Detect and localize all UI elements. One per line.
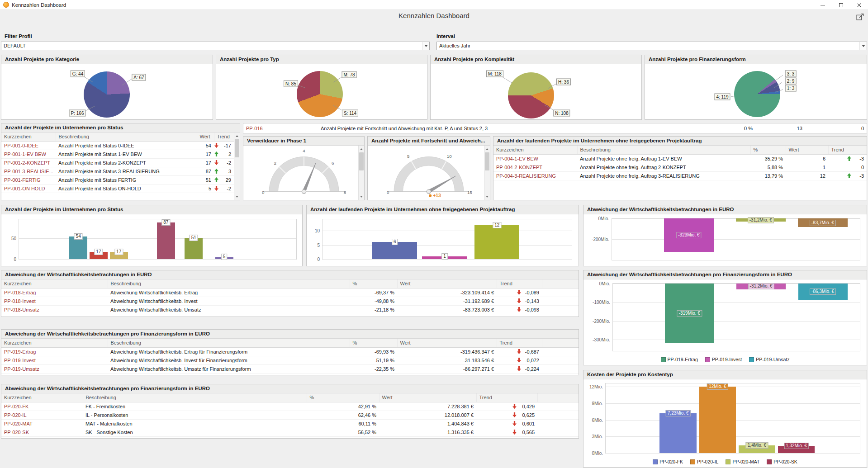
table-row[interactable]: PP-001-ON HOLDAnzahl Projekte mit Status… <box>1 184 234 193</box>
bar-chart-laufende: 05106112 <box>322 219 572 260</box>
bar-chart-kosten: 0Mio.3Mio.6Mio.9Mio.12Mio.7,23Mio. €12Mi… <box>605 383 860 454</box>
scroll-thumb[interactable] <box>235 139 239 157</box>
table-row[interactable]: PP-019-InvestAbweichung Wirtschaftlichke… <box>1 356 579 364</box>
column-header-wert[interactable]: Wert <box>397 279 497 288</box>
column-header-beschreibung[interactable]: Beschreibung <box>56 132 197 141</box>
table-row[interactable]: PP-004-1-EV BEWAnzahl Projekte ohne frei… <box>493 154 867 163</box>
scroll-thumb[interactable] <box>485 152 489 170</box>
close-button[interactable] <box>850 0 868 10</box>
panel-pie-komplexitaet: Anzahl Projekte pro Komplexität M: 118 H… <box>430 55 642 120</box>
export-icon[interactable] <box>856 13 864 20</box>
column-header-beschreibung[interactable]: Beschreibung <box>108 339 350 347</box>
cell-wert: 54 <box>197 141 214 150</box>
maximize-button[interactable] <box>832 0 850 10</box>
pie-slice-label: H: 36 <box>556 79 571 85</box>
column-header-beschreibung[interactable]: Beschreibung <box>83 393 307 402</box>
filter-interval-select[interactable]: Aktuelles Jahr <box>436 42 867 50</box>
table-row[interactable]: PP-020-FKFK - Fremdkosten42,91 %7.228.38… <box>1 402 579 411</box>
gauge-tick-label: 0 <box>261 190 264 195</box>
cell-wert: 13 <box>755 123 805 133</box>
panel-abw-fin-chart: Abweichung der Wirtschaftlichkeitsbetrac… <box>583 270 867 365</box>
column-header-prozent[interactable]: % <box>750 146 786 154</box>
column-header-wert[interactable]: Wert <box>786 146 828 154</box>
trend-cell: -2 <box>214 184 234 193</box>
table-row[interactable]: PP-001-1-EV BEWAnzahl Projekte mit Statu… <box>1 150 234 158</box>
legend-label: PP-019-Umsatz <box>756 357 789 362</box>
trend-cell: 0 <box>805 123 867 133</box>
scroll-thumb[interactable] <box>359 152 364 170</box>
column-header-trend[interactable]: Trend <box>828 146 867 154</box>
cell-kurz: PP-020-FK <box>1 402 83 411</box>
column-header-trend[interactable]: Trend <box>476 393 537 402</box>
trend-value: -0,072 <box>523 358 539 363</box>
pie-slice-label: 3: 3 <box>785 71 797 77</box>
table-row[interactable]: PP-001-2-KONZEPTAnzahl Projekte mit Stat… <box>1 158 234 167</box>
scroll-down-button[interactable] <box>234 194 240 199</box>
table-row[interactable]: PP-018-ErtragAbweichung Wirtschaftlichke… <box>1 288 579 297</box>
trend-value: -0,224 <box>523 366 539 372</box>
scroll-down-button[interactable] <box>359 194 364 199</box>
cell-wert: 87 <box>197 167 214 175</box>
column-header-wert[interactable]: Wert <box>197 132 214 141</box>
bar-value-label: -31,2Mio. € <box>748 217 774 223</box>
column-header-kurzzeichen[interactable]: Kurzzeichen <box>1 279 108 288</box>
scroll-up-button[interactable] <box>359 146 364 152</box>
trend-down-icon <box>517 349 521 354</box>
column-header-kurzzeichen[interactable]: Kurzzeichen <box>493 146 577 154</box>
column-header-wert[interactable]: Wert <box>379 393 476 402</box>
table-row[interactable]: PP-004-2-KONZEPTAnzahl Projekte ohne fre… <box>493 163 867 171</box>
trend-value: 2 <box>220 151 231 157</box>
y-axis-tick-label: 0Mio. <box>599 281 610 286</box>
vertical-scrollbar[interactable] <box>358 146 364 200</box>
table-row[interactable]: PP-020-SKSK - Sonstige Kosten56,52 %1.31… <box>1 428 579 436</box>
table-row[interactable]: PP-001-3-REALISIE...Anzahl Projekte mit … <box>1 167 234 175</box>
trend-down-icon <box>512 430 517 435</box>
column-header-prozent[interactable]: % <box>350 279 397 288</box>
legend-label: PP-019-Ertrag <box>668 357 698 362</box>
cell-beschr: Anzahl Projekte mit Status 2-KONZEPT <box>56 158 197 167</box>
table-row[interactable]: PP-020-MATMAT - Materialkosten60,11 %1.4… <box>1 419 579 428</box>
table-row[interactable]: PP-016Anzahl Projekte mit Fortschritt un… <box>243 123 867 133</box>
cell-beschr: Abweichung Wirtschaftlichkeitsb. Umsatz <box>108 305 350 314</box>
column-header-beschreibung[interactable]: Beschreibung <box>577 146 750 154</box>
legend-swatch-icon <box>690 459 695 464</box>
column-header-beschreibung[interactable]: Beschreibung <box>108 279 350 288</box>
table-row[interactable]: PP-001-FERTIGAnzahl Projekte mit Status … <box>1 175 234 184</box>
column-header-wert[interactable]: Wert <box>397 339 497 347</box>
column-header-prozent[interactable]: % <box>350 339 397 347</box>
trend-value: -2 <box>220 160 231 165</box>
cell-kurz: PP-001-2-KONZEPT <box>1 158 56 167</box>
cell-wert: 17 <box>197 150 214 158</box>
vertical-scrollbar[interactable] <box>484 146 490 200</box>
table-row[interactable]: PP-018-InvestAbweichung Wirtschaftlichke… <box>1 297 579 305</box>
dropdown-arrow-icon[interactable] <box>859 42 867 50</box>
column-header-trend[interactable]: Trend <box>214 132 234 141</box>
scroll-up-button[interactable] <box>484 146 490 152</box>
cell-pct: 42,91 % <box>307 402 379 411</box>
table-row[interactable]: PP-004-3-REALISIERUNGAnzahl Projekte ohn… <box>493 171 867 180</box>
legend-item: PP-020-IL <box>690 459 718 464</box>
table-row[interactable]: PP-019-ErtragAbweichung Wirtschaftlichke… <box>1 347 579 356</box>
column-header-trend[interactable]: Trend <box>497 279 542 288</box>
trend-down-icon <box>517 290 521 295</box>
column-header-prozent[interactable]: % <box>307 393 379 402</box>
table-row[interactable]: PP-020-ILIL - Personalkosten62,46 %12.01… <box>1 411 579 419</box>
filter-profile-select[interactable]: DEFAULT <box>1 42 430 50</box>
table-row[interactable]: PP-019-UmsatzAbweichung Wirtschaftlichke… <box>1 364 579 373</box>
column-header-kurzzeichen[interactable]: Kurzzeichen <box>1 132 56 141</box>
cell-kurz: PP-001-0-IDEE <box>1 141 56 150</box>
scroll-down-button[interactable] <box>484 194 490 199</box>
minimize-button[interactable] <box>814 0 832 10</box>
column-header-kurzzeichen[interactable]: Kurzzeichen <box>1 339 108 347</box>
gridline <box>612 239 860 240</box>
table-row[interactable]: PP-018-UmsatzAbweichung Wirtschaftlichke… <box>1 305 579 314</box>
panel-title: Abweichung der Wirtschaftlichkeitsbetrac… <box>1 270 579 279</box>
gauge-tick-label: 6 <box>331 161 333 165</box>
dropdown-arrow-icon[interactable] <box>422 42 429 50</box>
scroll-up-button[interactable] <box>234 133 240 139</box>
column-header-kurzzeichen[interactable]: Kurzzeichen <box>1 393 83 402</box>
table-row[interactable]: PP-001-0-IDEEAnzahl Projekte mit Status … <box>1 141 234 150</box>
filter-interval-value: Aktuelles Jahr <box>439 43 470 48</box>
column-header-trend[interactable]: Trend <box>497 339 542 347</box>
vertical-scrollbar[interactable] <box>234 132 240 200</box>
